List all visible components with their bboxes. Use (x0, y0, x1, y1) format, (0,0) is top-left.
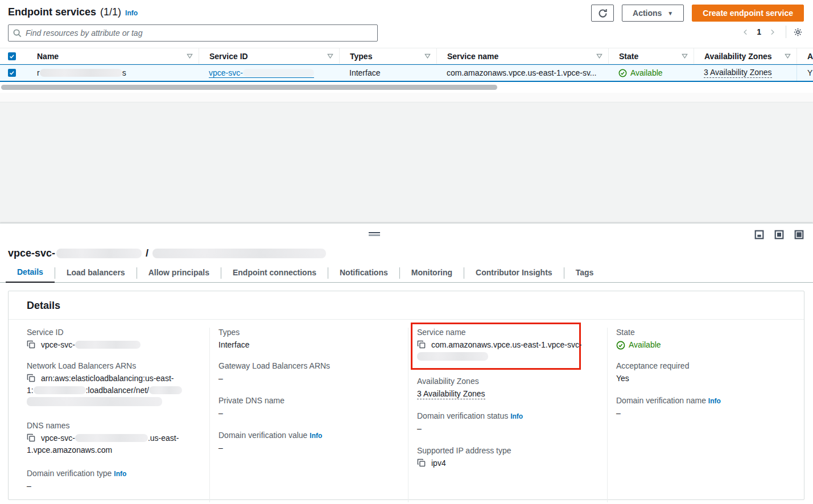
panel-title-prefix: vpce-svc- (8, 247, 55, 259)
availability-zones-link[interactable]: 3 Availability Zones (704, 68, 772, 78)
details-column-4: State Available Acceptance required Yes (607, 328, 804, 502)
column-header-service-name: Service name (447, 52, 498, 61)
filter-icon[interactable] (327, 53, 333, 59)
nlb-arn-line2-start: 1: (27, 386, 34, 395)
page-number[interactable]: 1 (753, 27, 765, 36)
copy-icon[interactable] (27, 374, 35, 382)
column-header-availability-zones: Availability Zones (704, 52, 772, 61)
field-state: State Available (616, 328, 791, 351)
page-info-link[interactable]: Info (125, 9, 138, 17)
table-header-row: Name Service ID Types Service name (0, 48, 813, 64)
select-all-checkbox[interactable] (8, 52, 16, 60)
page-header: Endpoint services (1/1) Info (8, 6, 138, 18)
copy-icon[interactable] (27, 433, 35, 442)
field-value: – (616, 407, 791, 419)
field-private-dns-name: Private DNS name – (218, 396, 395, 419)
caret-down-icon: ▼ (667, 10, 673, 16)
pagination: 1 (738, 26, 804, 38)
name-ghost-start: r (37, 68, 40, 77)
panel-size-small-icon[interactable] (754, 230, 764, 239)
info-link[interactable]: Info (708, 397, 721, 405)
chevron-left-icon[interactable] (738, 27, 753, 37)
field-label: Acceptance required (616, 361, 791, 370)
endpoint-services-list-panel: Endpoint services (1/1) Info Actions ▼ C… (0, 0, 813, 93)
tab-load-balancers[interactable]: Load balancers (55, 265, 137, 282)
filter-icon[interactable] (785, 53, 791, 59)
availability-zones-link[interactable]: 3 Availability Zones (417, 389, 485, 399)
state-badge: Available (616, 339, 791, 351)
endpoint-services-table: Name Service ID Types Service name (0, 48, 813, 82)
gear-icon[interactable] (792, 27, 804, 38)
field-label: State (616, 328, 791, 337)
panel-size-controls (754, 230, 804, 239)
tab-monitoring[interactable]: Monitoring (400, 265, 464, 282)
types-value: Interface (349, 68, 380, 77)
row-checkbox[interactable] (8, 69, 16, 77)
search-box[interactable] (8, 24, 378, 42)
field-availability-zones: Availability Zones 3 Availability Zones (417, 377, 595, 400)
field-label: Domain verification value (218, 431, 307, 440)
name-ghost-end: s (122, 68, 126, 77)
header-actions: Actions ▼ Create endpoint service (591, 5, 804, 22)
tab-allow-principals[interactable]: Allow principals (137, 265, 221, 282)
filter-icon[interactable] (424, 53, 431, 59)
chevron-right-icon[interactable] (765, 27, 780, 37)
copy-icon[interactable] (27, 340, 35, 349)
panel-size-large-icon[interactable] (794, 230, 804, 239)
filter-icon[interactable] (682, 53, 688, 59)
info-link[interactable]: Info (114, 470, 126, 478)
cell-service-name: com.amazonaws.vpce.us-east-1.vpce-sv... (436, 65, 608, 81)
redacted-name (40, 69, 122, 77)
redacted-value (75, 341, 141, 349)
field-label: Gateway Load Balancers ARNs (218, 361, 395, 370)
refresh-button[interactable] (591, 5, 614, 22)
column-header-service-id: Service ID (209, 52, 248, 61)
details-column-3: Service name com.amazonaws.vpce.us-east-… (408, 328, 607, 502)
redacted-value (149, 386, 182, 394)
field-service-id: Service ID vpce-svc- (27, 328, 197, 351)
copy-icon[interactable] (417, 340, 426, 349)
redacted-value (34, 386, 86, 394)
panel-size-medium-icon[interactable] (774, 230, 784, 239)
list-panel-footer-strip (0, 93, 813, 102)
copy-icon[interactable] (417, 458, 426, 467)
table-row[interactable]: rs vpce-svc- Interface com.amazonaws.vpc… (0, 64, 813, 82)
actions-button[interactable]: Actions ▼ (622, 5, 684, 22)
field-label: Private DNS name (218, 396, 395, 405)
search-input[interactable] (26, 28, 373, 38)
details-column-2: Types Interface Gateway Load Balancers A… (209, 328, 408, 502)
cell-state: Available (608, 65, 694, 81)
field-service-name: Service name com.amazonaws.vpce.us-east-… (417, 328, 575, 363)
cell-name: rs (27, 65, 199, 81)
service-name-highlight-box: Service name com.amazonaws.vpce.us-east-… (411, 323, 581, 370)
create-endpoint-service-button[interactable]: Create endpoint service (692, 5, 804, 22)
redacted-value (75, 434, 148, 442)
state-text: Available (629, 339, 661, 351)
service-name-line1: com.amazonaws.vpce.us-east-1.vpce-svc- (431, 340, 582, 349)
service-id-value-prefix: vpce-svc- (41, 340, 75, 349)
tab-endpoint-connections[interactable]: Endpoint connections (221, 265, 328, 282)
tab-tags[interactable]: Tags (564, 265, 605, 282)
field-value: Interface (218, 339, 395, 351)
field-dns-names: DNS names vpce-svc-.us-east- 1.vpce.amaz… (27, 421, 197, 456)
tab-notifications[interactable]: Notifications (328, 265, 399, 282)
cell-types: Interface (339, 65, 436, 81)
field-acceptance-required: Acceptance required Yes (616, 361, 791, 385)
panel-resize-handle[interactable] (369, 232, 380, 236)
details-card-header: Details (9, 291, 804, 320)
info-link[interactable]: Info (510, 412, 523, 420)
filter-icon[interactable] (187, 53, 193, 59)
cell-availability-zones: 3 Availability Zones (694, 65, 797, 81)
service-id-link[interactable]: vpce-svc- (209, 68, 314, 78)
status-available-icon (618, 69, 627, 77)
info-link[interactable]: Info (309, 432, 322, 440)
filter-icon[interactable] (596, 53, 602, 59)
tab-contributor-insights[interactable]: Contributor Insights (464, 265, 564, 282)
tab-details[interactable]: Details (6, 264, 55, 283)
horizontal-scrollbar (0, 84, 813, 90)
field-label: Service name (417, 328, 575, 337)
horizontal-scrollbar-thumb[interactable] (1, 85, 497, 90)
field-glb-arns: Gateway Load Balancers ARNs – (218, 361, 395, 385)
redacted-value (417, 352, 488, 361)
actions-button-label: Actions (633, 9, 662, 18)
